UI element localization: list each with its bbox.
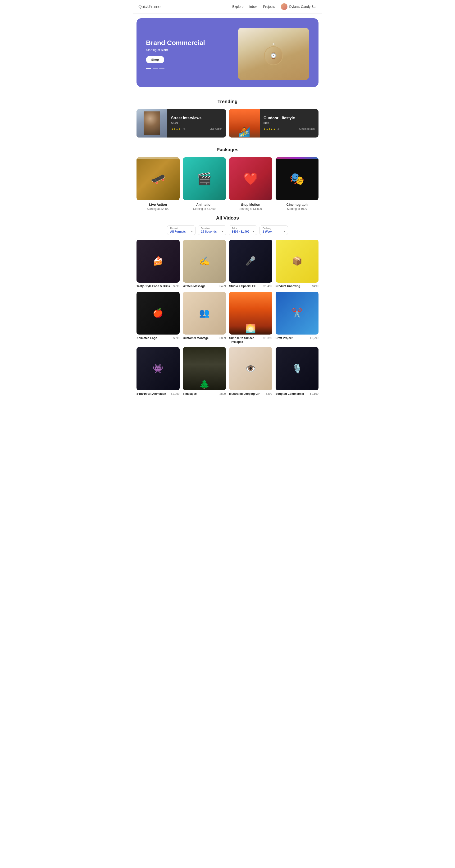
video-price-2: $499: [220, 284, 226, 288]
duration-value: 15 Seconds ▾: [201, 230, 223, 233]
hero-dot-1[interactable]: [146, 68, 151, 69]
hero-dots: [146, 68, 233, 69]
pkg-img-4: 🎭: [275, 157, 319, 200]
video-thumb-10: 🌲: [183, 347, 226, 390]
video-card-6[interactable]: 👥 Customer Montage $899: [183, 291, 226, 344]
pkg-price-3: Starting at $1,899: [229, 207, 272, 211]
price-filter[interactable]: Price $499 - $1,499 ▾: [229, 225, 257, 235]
video-card-9[interactable]: 👾 8-Bit/16-Bit Animation $1,299: [136, 347, 180, 396]
format-filter[interactable]: Format All Formats ▾: [167, 225, 196, 235]
trending-info-1: Street Interviews $649 ★★★★ 26 Live Acti…: [167, 113, 226, 134]
pkg-thumb-3: ❤️: [229, 157, 272, 200]
trending-name-2: Outdoor Lifestyle: [263, 116, 315, 120]
filters-bar: Format All Formats ▾ Duration 15 Seconds…: [136, 225, 319, 235]
all-videos-title: All Videos: [136, 215, 319, 221]
trending-thumb-2: 🏄: [229, 109, 260, 137]
video-price-4: $499: [312, 284, 319, 288]
video-meta-5: Animated Logo $599: [136, 336, 180, 340]
video-price-10: $899: [220, 392, 226, 396]
video-card-7[interactable]: 🌅 Sunrise-to-Sunset Timelapse $1,399: [229, 291, 272, 344]
video-card-5[interactable]: 🍎 Animated Logo $599: [136, 291, 180, 344]
price-value: $499 - $1,499 ▾: [232, 230, 254, 233]
video-price-5: $599: [173, 336, 180, 340]
pkg-name-4: Cinemagraph: [275, 203, 319, 207]
stars-2: ★★★★★: [263, 128, 275, 130]
video-name-11: Illustrated Looping GIF: [229, 392, 264, 396]
price-chevron: ▾: [253, 230, 254, 233]
video-thumb-8: ✂️: [275, 291, 319, 335]
video-thumb-3: 🎤: [229, 240, 272, 283]
video-thumb-1: 🍰: [136, 240, 180, 283]
format-chevron: ▾: [191, 230, 192, 233]
pkg-name-1: Live Action: [136, 203, 180, 207]
pkg-img-3: ❤️: [229, 157, 272, 200]
delivery-filter[interactable]: Delivery 1 Week ▾: [259, 225, 288, 235]
duration-label: Duration: [201, 227, 210, 230]
video-name-3: Studio + Special FX: [229, 284, 262, 288]
trending-type-1: Live Action: [210, 127, 222, 130]
pkg-name-3: Stop Motion: [229, 203, 272, 207]
delivery-value: 1 Week ▾: [263, 230, 285, 233]
user-name: Dylan's Candy Bar: [289, 5, 317, 8]
nav-projects[interactable]: Projects: [263, 5, 275, 8]
video-name-5: Animated Logo: [136, 336, 171, 340]
video-thumb-2: ✍️: [183, 240, 226, 283]
review-count-1: 26: [183, 128, 185, 130]
video-meta-1: Tasty-Style Food & Drink $999: [136, 284, 180, 288]
package-cinemagraph[interactable]: 🎭 Cinemagraph Starting at $999: [275, 157, 319, 211]
video-card-12[interactable]: 🎙️ Scripted Commercial $1,199: [275, 347, 319, 396]
trending-grid: Street Interviews $649 ★★★★ 26 Live Acti…: [136, 109, 319, 137]
video-card-3[interactable]: 🎤 Studio + Special FX $1,499: [229, 240, 272, 288]
trending-price-2: $899: [263, 121, 315, 125]
logo[interactable]: QuickFrame: [138, 4, 160, 9]
all-videos-section: All Videos Format All Formats ▾ Duration…: [133, 213, 322, 401]
video-card-2[interactable]: ✍️ Written Message $499: [183, 240, 226, 288]
video-thumb-11: 👁️: [229, 347, 272, 390]
video-card-11[interactable]: 👁️ Illustrated Looping GIF $399: [229, 347, 272, 396]
package-animation[interactable]: 🎬 Animation Starting at $1,499: [183, 157, 226, 211]
video-price-6: $899: [220, 336, 226, 340]
video-price-7: $1,399: [263, 336, 272, 340]
video-thumb-7: 🌅: [229, 291, 272, 335]
packages-section: Packages 🛹 Live Action Starting at $2,49…: [133, 140, 322, 213]
video-meta-6: Customer Montage $899: [183, 336, 226, 340]
package-stop-motion[interactable]: ❤️ Stop Motion Starting at $1,899: [229, 157, 272, 211]
video-name-12: Scripted Commercial: [275, 392, 308, 396]
user-menu[interactable]: Dylan's Candy Bar: [281, 3, 317, 10]
video-thumb-5: 🍎: [136, 291, 180, 335]
video-card-8[interactable]: ✂️ Craft Project $1,299: [275, 291, 319, 344]
video-thumb-6: 👥: [183, 291, 226, 335]
trending-card-2[interactable]: 🏄 Outdoor Lifestyle $899 ★★★★★ 45 Cinema…: [229, 109, 319, 137]
video-meta-11: Illustrated Looping GIF $399: [229, 392, 272, 396]
hero-shop-button[interactable]: Shop: [146, 56, 164, 63]
trending-meta-2: ★★★★★ 45 Cinemagraph: [263, 127, 315, 131]
hero-dot-3[interactable]: [159, 68, 164, 69]
hero-dot-2[interactable]: [153, 68, 158, 69]
video-name-2: Written Message: [183, 284, 218, 288]
video-card-1[interactable]: 🍰 Tasty-Style Food & Drink $999: [136, 240, 180, 288]
videos-grid: 🍰 Tasty-Style Food & Drink $999 ✍️ Writt…: [136, 240, 319, 396]
packages-grid: 🛹 Live Action Starting at $2,499 🎬 Anima…: [136, 157, 319, 211]
video-card-4[interactable]: 📦 Product Unboxing $499: [275, 240, 319, 288]
video-name-6: Customer Montage: [183, 336, 218, 340]
nav-inbox[interactable]: Inbox: [249, 5, 257, 8]
pkg-thumb-2: 🎬: [183, 157, 226, 200]
header: QuickFrame Explore Inbox Projects Dylan'…: [133, 0, 322, 13]
trending-card-1[interactable]: Street Interviews $649 ★★★★ 26 Live Acti…: [136, 109, 226, 137]
hero-device: ⌚ ⌚: [238, 28, 309, 80]
logo-text: Quick: [138, 4, 149, 9]
nav-explore[interactable]: Explore: [232, 5, 243, 8]
package-live-action[interactable]: 🛹 Live Action Starting at $2,499: [136, 157, 180, 211]
hero-subtitle: Starting at $899: [146, 48, 233, 52]
video-card-10[interactable]: 🌲 Timelapse $899: [183, 347, 226, 396]
video-thumb-9: 👾: [136, 347, 180, 390]
pkg-thumb-4: 🎭: [275, 157, 319, 200]
video-meta-12: Scripted Commercial $1,199: [275, 392, 319, 396]
hero-text: Brand Commercial Starting at $899 Shop: [146, 39, 233, 69]
video-meta-9: 8-Bit/16-Bit Animation $1,299: [136, 392, 180, 396]
duration-filter[interactable]: Duration 15 Seconds ▾: [198, 225, 226, 235]
video-thumb-4: 📦: [275, 240, 319, 283]
delivery-label: Delivery: [263, 227, 271, 230]
pkg-name-2: Animation: [183, 203, 226, 207]
video-meta-10: Timelapse $899: [183, 392, 226, 396]
